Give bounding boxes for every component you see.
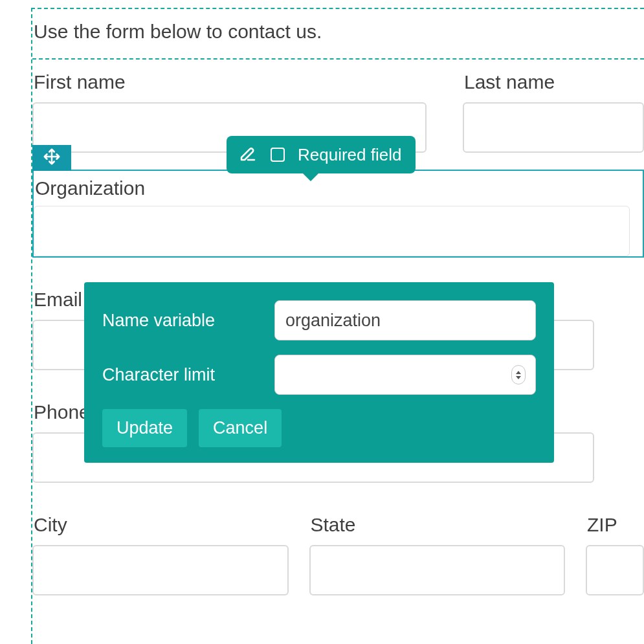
- organization-label: Organization: [34, 171, 643, 206]
- city-label: City: [32, 514, 289, 536]
- edit-icon[interactable]: [238, 144, 258, 166]
- zip-input[interactable]: [586, 545, 644, 595]
- required-checkbox[interactable]: [271, 148, 285, 162]
- stepper-icon[interactable]: [511, 365, 526, 384]
- last-name-label: Last name: [463, 71, 644, 93]
- state-label: State: [309, 514, 566, 536]
- organization-input[interactable]: [34, 206, 630, 256]
- last-name-input[interactable]: [463, 102, 644, 153]
- form-intro: Use the form below to contact us.: [32, 9, 644, 60]
- required-label: Required field: [298, 145, 401, 165]
- name-variable-label: Name variable: [102, 311, 274, 331]
- character-limit-input[interactable]: [274, 355, 536, 395]
- name-variable-input[interactable]: [274, 300, 536, 340]
- move-handle[interactable]: [32, 145, 71, 171]
- cancel-button[interactable]: Cancel: [199, 409, 282, 447]
- state-input[interactable]: [309, 545, 566, 595]
- field-tooltip: Required field: [227, 136, 416, 173]
- move-icon: [42, 147, 61, 169]
- city-input[interactable]: [32, 545, 289, 595]
- field-settings-popover: Name variable Character limit Update Can…: [84, 282, 554, 463]
- update-button[interactable]: Update: [102, 409, 187, 447]
- zip-label: ZIP: [586, 514, 644, 536]
- character-limit-label: Character limit: [102, 365, 274, 385]
- first-name-label: First name: [32, 71, 427, 93]
